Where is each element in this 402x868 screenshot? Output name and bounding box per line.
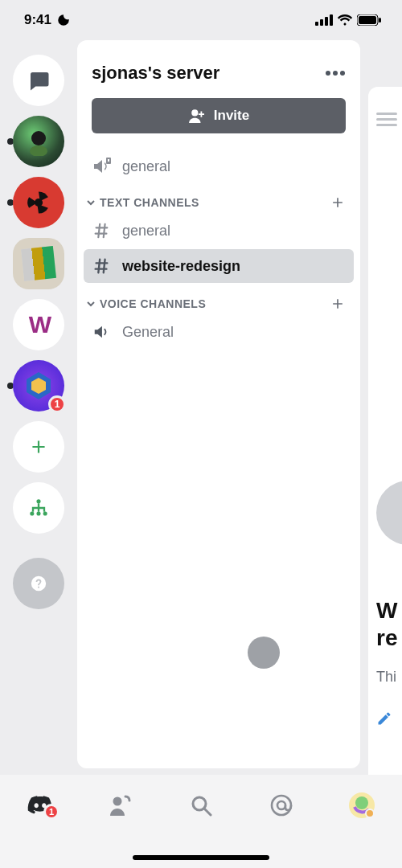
- svg-point-18: [340, 71, 345, 76]
- rules-speaker-icon: [92, 158, 111, 175]
- svg-rect-1: [320, 19, 323, 26]
- server-avatar-1[interactable]: [13, 116, 64, 167]
- channel-content-peek[interactable]: W re Thi: [368, 87, 402, 815]
- server-menu-button[interactable]: [325, 70, 346, 76]
- text-channel-website-redesign[interactable]: website-redesign: [84, 249, 354, 283]
- hex-logo-icon: [23, 370, 55, 402]
- svg-point-14: [36, 511, 40, 515]
- svg-point-27: [113, 797, 122, 806]
- search-icon: [190, 794, 212, 817]
- peek-subtext: Thi: [376, 669, 396, 686]
- w-logo-icon: W: [29, 311, 48, 338]
- channel-panel: sjonas's server Invite general TEXT CHAN…: [77, 40, 360, 768]
- svg-point-31: [277, 801, 285, 809]
- server-avatar-4[interactable]: W: [13, 299, 64, 350]
- svg-point-34: [366, 809, 374, 817]
- svg-point-33: [355, 796, 368, 809]
- svg-point-7: [31, 131, 46, 145]
- nav-search[interactable]: [177, 789, 225, 821]
- text-channel-general[interactable]: general: [77, 214, 360, 248]
- touch-indicator: [248, 637, 280, 669]
- chat-icon: [27, 68, 51, 92]
- direct-messages-button[interactable]: [13, 55, 64, 106]
- channel-hero-icon: [376, 481, 402, 545]
- fan-icon: [25, 189, 52, 216]
- svg-point-12: [36, 499, 40, 503]
- hamburger-icon: [376, 113, 399, 129]
- svg-rect-6: [379, 18, 381, 23]
- nav-home[interactable]: 1: [16, 789, 64, 821]
- invite-label: Invite: [214, 108, 249, 124]
- voice-channels-title: VOICE CHANNELS: [100, 297, 206, 310]
- speaker-icon: [92, 323, 111, 341]
- text-channels-title: TEXT CHANNELS: [100, 196, 199, 209]
- nav-home-badge: 1: [43, 804, 59, 820]
- avatar-art-icon: [24, 127, 53, 156]
- server-avatar-2[interactable]: [13, 177, 64, 228]
- ellipsis-icon: [325, 70, 346, 76]
- svg-point-13: [30, 511, 34, 515]
- chevron-down-icon: [85, 197, 96, 208]
- nav-mentions[interactable]: [257, 789, 306, 821]
- server-title[interactable]: sjonas's server: [92, 63, 219, 84]
- do-not-disturb-icon: [56, 13, 71, 27]
- server-avatar-3[interactable]: [13, 238, 64, 289]
- plus-icon: [28, 436, 49, 457]
- svg-rect-21: [108, 159, 109, 162]
- hash-icon: [92, 222, 111, 240]
- svg-rect-2: [325, 17, 328, 26]
- cube-icon: [21, 246, 56, 281]
- rules-channel[interactable]: general: [77, 149, 360, 183]
- server-rail: W 1: [0, 40, 77, 775]
- voice-channels-header[interactable]: VOICE CHANNELS: [77, 285, 360, 315]
- svg-rect-3: [330, 14, 333, 26]
- svg-point-17: [333, 71, 338, 76]
- hash-icon: [92, 257, 111, 275]
- voice-channel-general[interactable]: General: [77, 315, 360, 349]
- svg-rect-24: [376, 124, 397, 126]
- add-voice-channel-button[interactable]: [330, 296, 346, 312]
- server-notification-badge: 1: [48, 395, 66, 413]
- chevron-down-icon: [85, 298, 96, 309]
- wifi-icon: [337, 14, 353, 26]
- svg-rect-22: [376, 113, 397, 115]
- plus-icon: [330, 194, 346, 211]
- channel-name: general: [122, 223, 170, 240]
- discover-button[interactable]: [13, 482, 64, 534]
- battery-icon: [357, 14, 381, 26]
- svg-point-15: [43, 511, 47, 515]
- home-indicator: [133, 855, 269, 860]
- invite-icon: [188, 108, 206, 123]
- profile-avatar-icon: [349, 792, 375, 818]
- nav-friends[interactable]: [96, 789, 145, 821]
- friend-wave-icon: [109, 795, 133, 816]
- peek-heading-2: re: [376, 625, 397, 651]
- svg-point-19: [191, 109, 198, 116]
- hub-tree-icon: [27, 497, 50, 519]
- question-icon: [30, 575, 47, 592]
- mention-icon: [269, 793, 293, 817]
- svg-point-16: [326, 71, 330, 76]
- cellular-icon: [315, 14, 333, 26]
- channel-name: website-redesign: [122, 258, 240, 275]
- nav-profile[interactable]: [338, 789, 386, 821]
- svg-point-8: [30, 145, 47, 156]
- plus-icon: [330, 296, 346, 312]
- server-avatar-5[interactable]: 1: [13, 360, 64, 411]
- svg-rect-5: [359, 16, 376, 24]
- svg-point-30: [272, 796, 291, 815]
- status-bar: 9:41: [0, 0, 402, 40]
- svg-line-29: [204, 809, 211, 815]
- help-button[interactable]: [13, 558, 64, 609]
- peek-heading-1: W: [376, 598, 397, 624]
- rules-channel-name: general: [122, 158, 170, 175]
- add-text-channel-button[interactable]: [330, 194, 346, 211]
- invite-button[interactable]: Invite: [92, 98, 346, 133]
- svg-rect-0: [315, 22, 318, 26]
- text-channels-header[interactable]: TEXT CHANNELS: [77, 183, 360, 214]
- channel-name: General: [122, 324, 174, 341]
- svg-rect-23: [376, 118, 397, 121]
- status-time: 9:41: [24, 12, 51, 28]
- pencil-icon: [376, 710, 392, 727]
- add-server-button[interactable]: [13, 421, 64, 473]
